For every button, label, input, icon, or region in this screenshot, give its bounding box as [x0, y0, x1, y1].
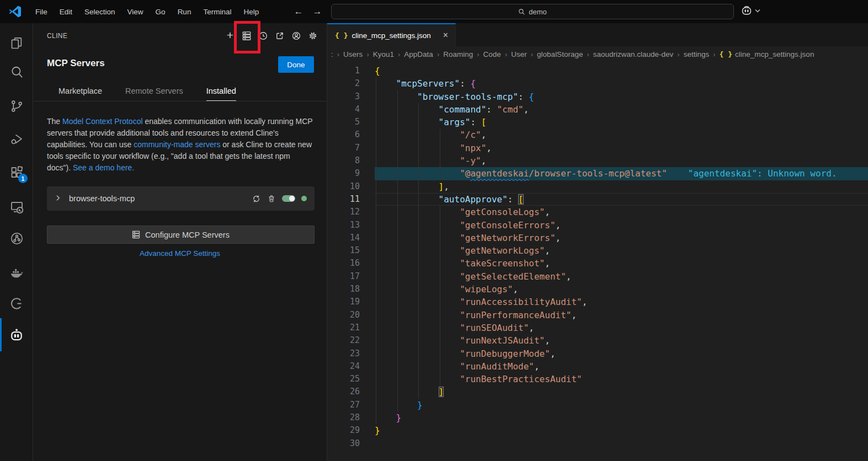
- menu-item-help[interactable]: Help: [237, 5, 265, 19]
- code-line-23[interactable]: 23 "runDebuggerMode",: [327, 347, 868, 360]
- menu-item-edit[interactable]: Edit: [54, 5, 78, 19]
- menu-item-view[interactable]: View: [121, 5, 150, 19]
- line-number: 1: [327, 65, 375, 77]
- code-content: "autoApprove": [: [375, 193, 868, 206]
- breadcrumb[interactable]: :›Users›Kyou1›AppData›Roaming›Code›User›…: [327, 46, 868, 62]
- account-icon[interactable]: [290, 29, 302, 42]
- code-token: :: [518, 92, 529, 102]
- code-line-1[interactable]: 1{: [327, 65, 868, 77]
- code-token: :: [508, 194, 518, 205]
- code-line-25[interactable]: 25 "runBestPracticesAudit": [327, 373, 868, 385]
- bracket-match-token: [: [518, 194, 524, 205]
- code-line-18[interactable]: 18 "wipeLogs",: [327, 283, 868, 296]
- tab-remote-servers[interactable]: Remote Servers: [125, 81, 183, 101]
- code-editor[interactable]: 1{2 "mcpServers": {3 "browser-tools-mcp"…: [327, 62, 868, 461]
- done-button[interactable]: Done: [278, 56, 314, 73]
- open-in-editor-icon[interactable]: [274, 29, 286, 42]
- code-line-16[interactable]: 16 "takeScreenshot",: [327, 257, 868, 270]
- menu-item-run[interactable]: Run: [172, 5, 198, 19]
- command-center-search[interactable]: demo: [331, 4, 734, 19]
- source-control-icon[interactable]: [8, 97, 25, 115]
- code-line-21[interactable]: 21 "runSEOAudit",: [327, 321, 868, 334]
- code-token: ,: [566, 271, 572, 282]
- cline-icon[interactable]: [8, 326, 25, 344]
- search-sidebar-icon[interactable]: [8, 63, 25, 81]
- breadcrumb-item-user[interactable]: User: [511, 50, 527, 58]
- nav-forward-icon[interactable]: →: [310, 5, 324, 18]
- code-line-10[interactable]: 10 ],: [327, 180, 868, 193]
- settings-gear-icon[interactable]: [307, 29, 319, 42]
- menu-item-file[interactable]: File: [29, 5, 54, 19]
- code-token: :: [470, 117, 481, 127]
- code-token: ,: [444, 181, 449, 192]
- code-line-11[interactable]: 11 "autoApprove": [: [327, 193, 868, 206]
- code-line-15[interactable]: 15 "getNetworkLogs",: [327, 244, 868, 257]
- extensions-icon[interactable]: 1: [8, 163, 25, 181]
- inline-link-community-made-servers[interactable]: community-made servers: [134, 140, 220, 149]
- code-line-26[interactable]: 26 ]: [327, 385, 868, 398]
- editor-tab[interactable]: { } cline_mcp_settings.json ×: [327, 23, 456, 46]
- menu-item-terminal[interactable]: Terminal: [197, 5, 237, 19]
- code-token: "args": [439, 117, 471, 127]
- run-debug-icon[interactable]: [8, 130, 25, 148]
- json-file-icon: { }: [720, 50, 732, 58]
- breadcrumb-item-cline-mcp-settings-json[interactable]: cline_mcp_settings.json: [735, 50, 814, 58]
- docker-icon[interactable]: [8, 264, 25, 282]
- breadcrumb-item-globalstorage[interactable]: globalStorage: [537, 50, 583, 58]
- nav-back-icon[interactable]: ←: [291, 5, 306, 18]
- code-line-17[interactable]: 17 "getSelectedElement",: [327, 270, 868, 283]
- breadcrumb-item-users[interactable]: Users: [343, 50, 363, 58]
- breadcrumb-item-[interactable]: :: [331, 50, 333, 58]
- code-line-3[interactable]: 3 "browser-tools-mcp": {: [327, 90, 868, 103]
- breadcrumb-item-saoudrizwan-claude-dev[interactable]: saoudrizwan.claude-dev: [593, 50, 674, 58]
- inline-link-see-a-demo-here[interactable]: See a demo here.: [73, 163, 134, 172]
- breadcrumb-item-code[interactable]: Code: [483, 50, 501, 58]
- code-line-22[interactable]: 22 "runNextJSAudit",: [327, 334, 868, 347]
- code-line-13[interactable]: 13 "getConsoleErrors",: [327, 219, 868, 232]
- code-line-27[interactable]: 27 }: [327, 399, 868, 411]
- code-content: "browser-tools-mcp": {: [375, 90, 868, 103]
- configure-mcp-button[interactable]: Configure MCP Servers: [47, 226, 315, 244]
- advanced-settings-link[interactable]: Advanced MCP Settings: [33, 249, 327, 258]
- close-tab-icon[interactable]: ×: [441, 31, 450, 40]
- code-line-30[interactable]: 30: [327, 437, 868, 450]
- code-line-6[interactable]: 6 "/c",: [327, 128, 868, 141]
- breadcrumb-item-kyou1[interactable]: Kyou1: [373, 50, 394, 58]
- explorer-icon[interactable]: [8, 34, 25, 52]
- menu-item-go[interactable]: Go: [150, 5, 172, 19]
- code-line-4[interactable]: 4 "command": "cmd",: [327, 103, 868, 116]
- code-line-9[interactable]: 9 "@agentdeskai/browser-tools-mcp@latest…: [327, 167, 868, 180]
- server-row[interactable]: browser-tools-mcp: [47, 186, 315, 211]
- network-circle-icon[interactable]: [8, 229, 25, 247]
- remote-explorer-icon[interactable]: [8, 198, 25, 216]
- chevron-right-icon[interactable]: [54, 194, 63, 203]
- code-token: "@: [460, 168, 470, 179]
- inline-link-model-context-protocol[interactable]: Model Context Protocol: [62, 117, 143, 126]
- code-line-14[interactable]: 14 "getNetworkErrors",: [327, 232, 868, 244]
- continue-icon[interactable]: [8, 294, 25, 312]
- breadcrumb-item-settings[interactable]: settings: [684, 50, 710, 58]
- restart-server-icon[interactable]: [252, 194, 261, 203]
- code-line-20[interactable]: 20 "runPerformanceAudit",: [327, 309, 868, 321]
- tab-installed[interactable]: Installed: [206, 81, 236, 101]
- code-line-12[interactable]: 12 "getConsoleLogs",: [327, 206, 868, 218]
- breadcrumb-item-roaming[interactable]: Roaming: [443, 50, 473, 58]
- delete-server-icon[interactable]: [267, 194, 276, 203]
- code-line-7[interactable]: 7 "npx",: [327, 142, 868, 154]
- code-token: [375, 78, 396, 89]
- server-status-dot: [301, 196, 307, 201]
- menu-item-selection[interactable]: Selection: [78, 5, 121, 19]
- code-line-29[interactable]: 29}: [327, 424, 868, 437]
- breadcrumb-item-appdata[interactable]: AppData: [404, 50, 433, 58]
- code-line-19[interactable]: 19 "runAccessibilityAudit",: [327, 296, 868, 308]
- code-line-24[interactable]: 24 "runAuditMode",: [327, 360, 868, 373]
- code-line-5[interactable]: 5 "args": [: [327, 116, 868, 128]
- server-toggle[interactable]: [282, 195, 295, 202]
- code-line-8[interactable]: 8 "-y",: [327, 154, 868, 167]
- code-line-28[interactable]: 28 }: [327, 411, 868, 424]
- spellcheck-warning-token: agentdeskai: [470, 168, 529, 179]
- copilot-button[interactable]: [741, 4, 760, 17]
- code-line-2[interactable]: 2 "mcpServers": {: [327, 77, 868, 90]
- code-token: }: [396, 412, 402, 423]
- tab-marketplace[interactable]: Marketplace: [58, 81, 102, 101]
